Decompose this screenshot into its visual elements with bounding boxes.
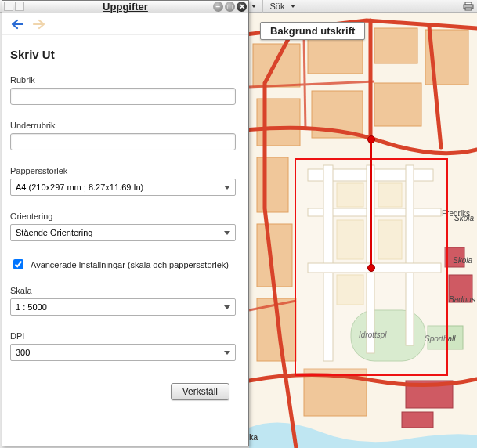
svg-rect-11 xyxy=(308,34,363,74)
dpi-label: DPI xyxy=(10,331,240,341)
scale-select[interactable]: 1 : 5000 xyxy=(10,298,236,316)
svg-rect-17 xyxy=(257,157,288,212)
svg-rect-22 xyxy=(402,412,433,428)
back-icon[interactable] xyxy=(10,19,24,30)
scale-value: 1 : 5000 xyxy=(16,302,47,312)
advanced-checkbox-row[interactable]: Avancerade Inställningar (skala och papp… xyxy=(10,257,240,272)
dialog-title: Uppgifter xyxy=(103,1,148,13)
map-label-skola2: Skola xyxy=(454,214,474,222)
map-label-badhus: Badhus xyxy=(449,295,475,304)
print-icon[interactable] xyxy=(460,0,477,13)
papersize-label: Pappersstorlek xyxy=(10,166,240,175)
rotation-handle-top[interactable] xyxy=(367,135,375,143)
advanced-checkbox[interactable] xyxy=(13,259,23,269)
titlebar-icon-1 xyxy=(4,2,13,11)
maximize-button[interactable]: □ xyxy=(225,2,235,12)
scale-label: Skala xyxy=(10,286,240,295)
underrubrik-label: Underrubrik xyxy=(10,121,240,130)
titlebar-icon-2 xyxy=(15,2,24,11)
map-viewport[interactable]: Fredriks Idrottspl Sporthall Badhus Skol… xyxy=(249,13,477,448)
minimize-button[interactable]: − xyxy=(213,2,223,12)
orientation-select[interactable]: Stående Orientering xyxy=(10,224,236,241)
orientation-value: Stående Orientering xyxy=(16,228,92,237)
rubrik-label: Rubrik xyxy=(10,75,240,85)
print-dialog: Uppgifter − □ ✕ Skriv Ut Rubrik Underrub… xyxy=(2,0,249,446)
svg-rect-8 xyxy=(465,8,472,10)
advanced-checkbox-label: Avancerade Inställningar (skala och papp… xyxy=(31,260,229,269)
papersize-select[interactable]: A4 (210x297 mm ; 8.27x11.69 In) xyxy=(10,179,236,196)
svg-rect-16 xyxy=(374,83,421,126)
search-menu[interactable]: Sök xyxy=(263,0,302,13)
underrubrik-input[interactable] xyxy=(10,133,236,150)
dialog-titlebar[interactable]: Uppgifter − □ ✕ xyxy=(2,1,248,13)
dialog-nav xyxy=(2,13,248,35)
papersize-value: A4 (210x297 mm ; 8.27x11.69 In) xyxy=(16,182,143,192)
close-button[interactable]: ✕ xyxy=(237,2,247,12)
dpi-value: 300 xyxy=(16,348,30,357)
svg-rect-10 xyxy=(253,44,300,87)
dpi-select[interactable]: 300 xyxy=(10,344,236,361)
rubrik-input[interactable] xyxy=(10,88,236,105)
orientation-label: Orientering xyxy=(10,211,240,221)
dialog-heading: Skriv Ut xyxy=(10,48,240,61)
svg-rect-12 xyxy=(374,28,417,63)
rotation-handle-line xyxy=(370,139,372,268)
map-background-tab[interactable]: Bakgrund utskrift xyxy=(260,22,365,40)
map-label-skola1: Skola xyxy=(453,256,472,265)
titlebar-left-icons xyxy=(4,2,24,11)
forward-icon[interactable] xyxy=(32,19,46,30)
rotation-handle-center[interactable] xyxy=(367,264,375,272)
apply-button[interactable]: Verkställ xyxy=(171,383,229,400)
map-label-ka: ka xyxy=(249,433,258,442)
